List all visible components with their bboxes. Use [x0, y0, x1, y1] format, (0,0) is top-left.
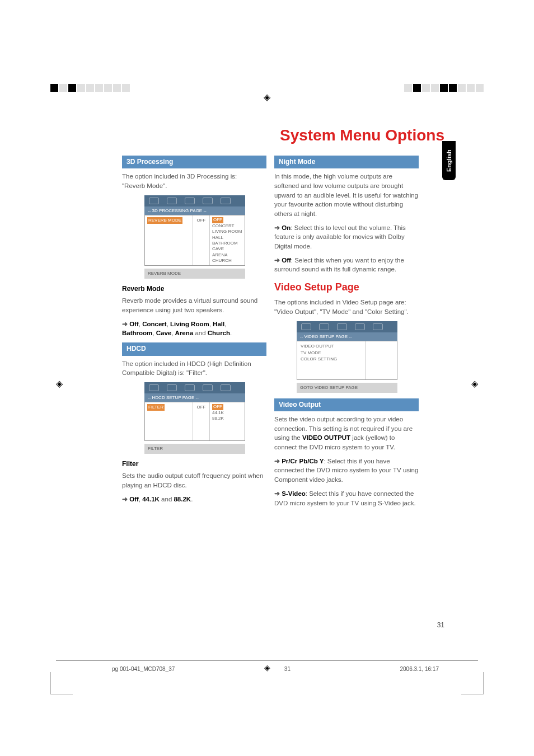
body-text: The option included in 3D Processing is:… [122, 172, 266, 190]
option-svideo: ➜ S-Video: Select this if you have conne… [274, 489, 419, 508]
tab-icon [337, 323, 347, 330]
tab-icon [185, 384, 195, 391]
registration-squares-left [50, 84, 130, 92]
body-text: Sets the video output according to your … [274, 415, 419, 452]
body-text: The option included in HDCD (High Defini… [122, 359, 266, 378]
registration-mark-icon: ◈ [264, 92, 270, 102]
body-text: Sets the audio output cutoff frequency p… [122, 471, 266, 490]
tab-icon [301, 323, 311, 330]
preview-tab-icons [297, 321, 397, 332]
preview-options-list: OFF CONCERT LIVING ROOM HALL BATHROOM CA… [210, 215, 245, 265]
footer-divider [56, 660, 478, 661]
page-title: System Menu Options [280, 126, 444, 144]
preview-tab-icons [144, 195, 245, 206]
tab-icon [167, 198, 177, 204]
option-on: ➜ On: Select this to level out the volum… [274, 223, 419, 251]
option-prcr: ➜ Pr/Cr Pb/Cb Y: Select this if you have… [274, 457, 419, 485]
registration-mark-icon: ◈ [264, 663, 270, 672]
registration-squares-right [404, 84, 484, 92]
option-list: ➜ Off, Concert, Living Room, Hall, Bathr… [122, 320, 266, 338]
preview-footer: FILTER [144, 444, 245, 454]
tab-icon [167, 384, 177, 391]
ui-preview-3d-processing: -- 3D PROCESSING PAGE -- REVERB MODE OFF… [144, 195, 245, 279]
registration-mark-icon: ◈ [56, 378, 63, 389]
preview-title: -- VIDEO SETUP PAGE -- [297, 332, 397, 341]
tab-icon [149, 384, 159, 391]
preview-row-label: FILTER [147, 404, 165, 411]
option-list: ➜ Off, 44.1K and 88.2K. [122, 495, 266, 504]
preview-title: -- HDCD SETUP PAGE -- [144, 393, 245, 402]
registration-mark-icon: ◈ [471, 378, 478, 389]
ui-preview-hdcd: -- HDCD SETUP PAGE -- FILTER OFF OFF 44.… [144, 382, 245, 454]
preview-menu-items: VIDEO OUTPUT TV MODE COLOR SETTING [297, 341, 366, 379]
right-column: Night Mode In this mode, the high volume… [274, 156, 419, 512]
ui-preview-video-setup: -- VIDEO SETUP PAGE -- VIDEO OUTPUT TV M… [297, 321, 397, 393]
body-text: Reverb mode provides a virtual surround … [122, 296, 266, 314]
body-text: In this mode, the high volume outputs ar… [274, 172, 419, 218]
section-bar-video-output: Video Output [274, 398, 419, 411]
tab-icon [221, 198, 231, 204]
language-tab: English [442, 141, 456, 180]
footer-filename: pg 001-041_MCD708_37 [112, 666, 175, 672]
subheading-reverb-mode: Reverb Mode [122, 284, 266, 294]
preview-options-list: OFF 44.1K 88.2K [210, 402, 245, 440]
preview-footer: REVERB MODE [144, 269, 245, 279]
tab-icon [373, 323, 383, 330]
tab-icon [185, 198, 195, 204]
footer-page: 31 [284, 666, 291, 672]
tab-icon [355, 323, 365, 330]
tab-icon [203, 198, 213, 204]
preview-row-value: OFF [193, 402, 210, 440]
preview-tab-icons [144, 382, 245, 393]
heading-video-setup-page: Video Setup Page [274, 280, 419, 294]
tab-icon [149, 198, 159, 204]
section-bar-hdcd: HDCD [122, 342, 266, 355]
crop-corner-icon [450, 661, 484, 694]
option-off: ➜ Off: Select this when you want to enjo… [274, 256, 419, 274]
tab-icon [203, 384, 213, 391]
left-column: 3D Processing The option included in 3D … [122, 156, 266, 508]
subheading-filter: Filter [122, 459, 266, 469]
footer-date: 2006.3.1, 16:17 [400, 666, 439, 672]
tab-icon [221, 384, 231, 391]
section-bar-night-mode: Night Mode [274, 156, 419, 168]
preview-footer: GOTO VIDEO SETUP PAGE [297, 383, 397, 393]
tab-icon [319, 323, 329, 330]
body-text: The options included in Video Setup page… [274, 298, 419, 316]
page-number: 31 [437, 621, 444, 629]
preview-row-value: OFF [193, 215, 210, 265]
preview-title: -- 3D PROCESSING PAGE -- [144, 206, 245, 215]
crop-corner-icon [50, 661, 84, 694]
section-bar-3d-processing: 3D Processing [122, 156, 266, 168]
top-crop-marks: ◈ [0, 84, 534, 101]
preview-row-label: REVERB MODE [147, 217, 182, 224]
